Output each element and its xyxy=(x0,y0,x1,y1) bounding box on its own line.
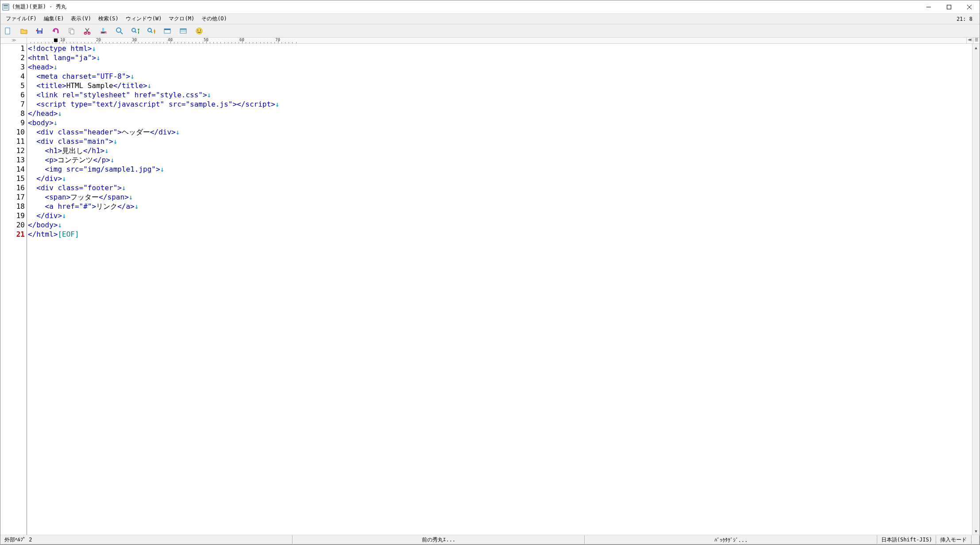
code-line[interactable]: <!doctype html>↓ xyxy=(28,44,972,53)
highlight-icon[interactable] xyxy=(99,26,108,36)
ruler-collapse-icon[interactable]: ≪ xyxy=(966,38,973,43)
svg-rect-11 xyxy=(39,31,41,34)
save-icon[interactable] xyxy=(35,26,45,36)
code-line[interactable]: <title>HTML Sample</title>↓ xyxy=(28,81,972,90)
copy-icon[interactable] xyxy=(67,26,77,36)
line-number: 4 xyxy=(0,72,25,81)
status-encoding[interactable]: 日本語(Shift-JIS) xyxy=(877,535,936,545)
line-number-gutter: 123456789101112131415161718192021 xyxy=(0,44,27,535)
status-backtag[interactable]: ﾊﾞｯｸﾀｸﾞｼﾞ... xyxy=(585,535,877,545)
code-line[interactable]: <meta charset="UTF-8">↓ xyxy=(28,72,972,81)
status-insert-mode[interactable]: 挿入モード xyxy=(936,535,972,545)
line-number: 11 xyxy=(0,137,25,146)
scroll-up-icon[interactable]: ▲ xyxy=(972,44,980,51)
code-line[interactable]: <p>コンテンツ</p>↓ xyxy=(28,155,972,165)
menu-other[interactable]: その他(O) xyxy=(198,14,231,24)
line-number: 18 xyxy=(0,202,25,211)
cut-icon[interactable] xyxy=(83,26,93,36)
menu-edit[interactable]: 編集(E) xyxy=(40,14,68,24)
svg-rect-15 xyxy=(70,30,74,34)
line-number: 20 xyxy=(0,220,25,230)
ruler-mark: 60 xyxy=(239,38,244,42)
window-icon[interactable] xyxy=(162,26,172,36)
svg-line-24 xyxy=(120,32,123,34)
ruler-expand[interactable]: ≫ xyxy=(0,38,27,43)
code-line[interactable]: </body>↓ xyxy=(28,220,972,230)
svg-rect-2 xyxy=(4,7,8,7)
code-line[interactable]: <h1>見出し</h1>↓ xyxy=(28,146,972,155)
line-number: 17 xyxy=(0,192,25,202)
ruler-mark: 70 xyxy=(275,38,280,42)
undo-arrow-icon[interactable] xyxy=(51,26,61,36)
code-line[interactable]: </div>↓ xyxy=(28,211,972,220)
code-line[interactable]: <head>↓ xyxy=(28,62,972,72)
line-number: 10 xyxy=(0,127,25,137)
line-number: 7 xyxy=(0,100,25,109)
code-line[interactable]: <div class="header">ヘッダー</div>↓ xyxy=(28,127,972,137)
search-up-icon[interactable] xyxy=(147,26,156,36)
line-number: 6 xyxy=(0,90,25,100)
line-number: 9 xyxy=(0,118,25,127)
menu-window[interactable]: ウィンドウ(W) xyxy=(122,14,166,24)
menu-view[interactable]: 表示(V) xyxy=(67,14,95,24)
ruler-mark: 50 xyxy=(204,38,208,42)
search-down-icon[interactable] xyxy=(131,26,140,36)
line-number: 2 xyxy=(0,53,25,62)
close-button[interactable] xyxy=(959,0,980,14)
code-line[interactable]: <html lang="ja">↓ xyxy=(28,53,972,62)
line-number: 15 xyxy=(0,174,25,183)
menu-file[interactable]: ファイル(F) xyxy=(2,14,40,24)
code-line[interactable]: </html>[EOF] xyxy=(28,230,972,239)
svg-rect-28 xyxy=(138,31,139,34)
svg-marker-27 xyxy=(138,29,139,31)
code-line[interactable]: <div class="main">↓ xyxy=(28,137,972,146)
status-help[interactable]: 外部ﾍﾙﾌﾟ 2 xyxy=(0,535,293,545)
line-number: 3 xyxy=(0,62,25,72)
menu-macro[interactable]: マクロ(M) xyxy=(165,14,198,24)
scroll-down-icon[interactable]: ▼ xyxy=(972,527,980,535)
line-number: 1 xyxy=(0,44,25,53)
svg-line-30 xyxy=(151,31,152,33)
status-resize-grip[interactable] xyxy=(972,535,980,545)
ruler-mark: 30 xyxy=(132,38,137,42)
line-number: 5 xyxy=(0,81,25,90)
code-line[interactable]: </div>↓ xyxy=(28,174,972,183)
minimize-button[interactable] xyxy=(918,0,939,14)
new-file-icon[interactable] xyxy=(3,26,13,36)
svg-point-25 xyxy=(132,28,135,32)
open-folder-icon[interactable] xyxy=(19,26,29,36)
code-line[interactable]: <link rel="stylesheet" href="style.css">… xyxy=(28,90,972,100)
ruler: ≫ 10203040506070 ≪ ☰ xyxy=(0,38,980,44)
help-icon[interactable] xyxy=(194,26,204,36)
code-line[interactable]: <div class="footer">↓ xyxy=(28,183,972,192)
toolbar xyxy=(0,24,980,38)
code-line[interactable]: <a href="#">リンク</a>↓ xyxy=(28,202,972,211)
svg-point-39 xyxy=(197,30,198,31)
code-line[interactable]: <body>↓ xyxy=(28,118,972,127)
line-number: 13 xyxy=(0,155,25,165)
line-number: 8 xyxy=(0,109,25,118)
line-number: 16 xyxy=(0,183,25,192)
statusbar: 外部ﾍﾙﾌﾟ 2 前の秀丸ｴ... ﾊﾞｯｸﾀｸﾞｼﾞ... 日本語(Shift… xyxy=(0,535,980,545)
status-prev-window[interactable]: 前の秀丸ｴ... xyxy=(293,535,585,545)
maximize-button[interactable] xyxy=(939,0,959,14)
menu-search[interactable]: 検索(S) xyxy=(95,14,122,24)
vertical-scrollbar[interactable]: ▲ ▼ xyxy=(972,44,980,535)
code-line[interactable]: <span>フッター</span>↓ xyxy=(28,192,972,202)
titlebar: (無題)(更新) - 秀丸 xyxy=(0,0,980,14)
svg-line-26 xyxy=(135,31,136,33)
ruler-menu-icon[interactable]: ☰ xyxy=(973,38,980,43)
code-line[interactable]: <script type="text/javascript" src="samp… xyxy=(28,100,972,109)
svg-rect-21 xyxy=(101,32,106,32)
code-line[interactable]: <img src="img/sample1.jpg">↓ xyxy=(28,165,972,174)
svg-marker-31 xyxy=(154,29,155,31)
svg-point-29 xyxy=(148,28,151,32)
svg-point-40 xyxy=(200,30,201,31)
split-window-icon[interactable] xyxy=(178,26,188,36)
svg-rect-32 xyxy=(154,31,155,34)
ruler-mark: 40 xyxy=(168,38,173,42)
search-icon[interactable] xyxy=(115,26,124,36)
code-line[interactable]: </head>↓ xyxy=(28,109,972,118)
code-area[interactable]: <!doctype html>↓<html lang="ja">↓<head>↓… xyxy=(27,44,972,535)
ruler-mark: 20 xyxy=(96,38,101,42)
